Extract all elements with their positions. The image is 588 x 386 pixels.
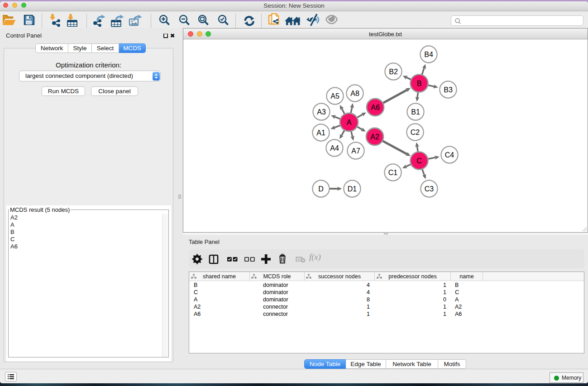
svg-text:D: D <box>318 185 324 193</box>
svg-text:A8: A8 <box>350 90 359 97</box>
svg-text:C2: C2 <box>411 129 420 136</box>
svg-text:C: C <box>416 157 422 165</box>
svg-text:B4: B4 <box>424 51 433 58</box>
svg-text:A3: A3 <box>317 108 326 116</box>
svg-text:B3: B3 <box>444 86 453 94</box>
svg-text:C1: C1 <box>388 169 398 176</box>
svg-text:A4: A4 <box>330 144 339 152</box>
svg-text:A6: A6 <box>371 104 380 111</box>
svg-text:C4: C4 <box>445 151 454 159</box>
svg-text:D1: D1 <box>348 185 357 193</box>
svg-text:A5: A5 <box>330 92 339 100</box>
svg-text:A7: A7 <box>351 147 360 155</box>
svg-text:B2: B2 <box>389 68 398 76</box>
svg-text:C3: C3 <box>425 185 434 193</box>
svg-text:B1: B1 <box>411 108 420 116</box>
svg-text:A2: A2 <box>370 133 379 141</box>
svg-text:A: A <box>347 119 352 126</box>
svg-text:B: B <box>417 80 422 87</box>
svg-text:A1: A1 <box>316 129 325 137</box>
